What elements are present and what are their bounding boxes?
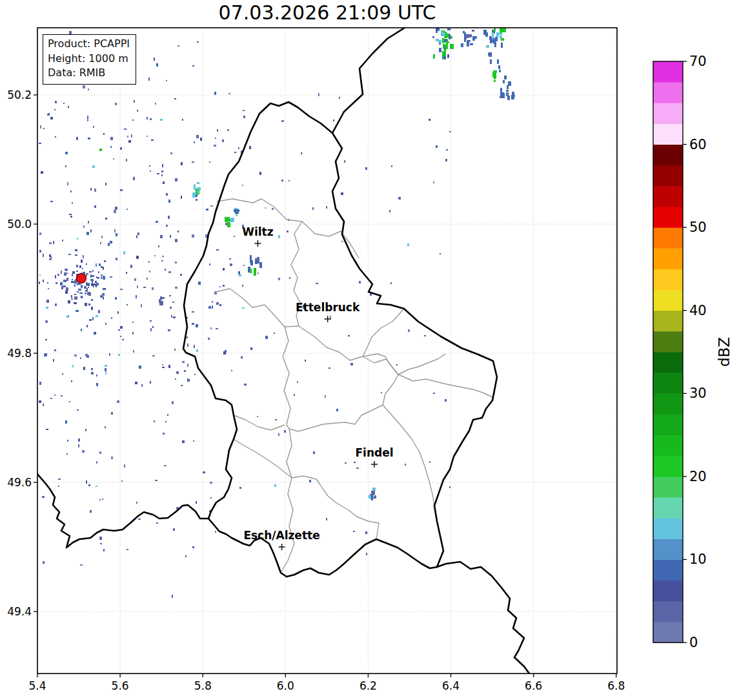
country-borders — [37, 28, 529, 674]
echo-cluster-echo-a — [192, 182, 201, 198]
city-marker-wiltz — [254, 240, 261, 247]
info-line-product: Product: PCAPPI — [48, 37, 130, 52]
colorbar-segment — [653, 123, 683, 145]
info-line-height: Height: 1000 m — [48, 52, 130, 67]
colorbar-segment — [653, 61, 683, 83]
colorbar-segment — [653, 269, 683, 290]
colorbar-segment — [653, 477, 683, 498]
colorbar-segment — [653, 103, 683, 124]
colorbar-tick-label-10: 10 — [689, 551, 707, 567]
y-tick-label-49.8: 49.8 — [7, 347, 32, 360]
colorbar-segment — [653, 186, 683, 207]
x-tick-label-5.4: 5.4 — [28, 679, 46, 692]
radar-figure: 07.03.2026 21:09 UTC Product: PCAPPI Hei… — [0, 0, 739, 700]
colorbar-tick-label-30: 30 — [689, 386, 707, 401]
colorbar — [653, 61, 687, 643]
echo-cluster-west-dash — [159, 296, 165, 305]
colorbar-segment — [653, 601, 683, 623]
colorbar-segment — [653, 539, 683, 560]
colorbar-tick-label-50: 50 — [689, 220, 707, 235]
colorbar-segment — [653, 559, 683, 581]
colorbar-ticks — [683, 61, 687, 643]
colorbar-segment — [653, 248, 683, 269]
echo-cluster-ne-green-dot — [492, 70, 497, 82]
city-marker-findel — [371, 461, 378, 468]
colorbar-segment — [653, 165, 683, 187]
echo-cluster-south-echo — [369, 488, 376, 500]
colorbar-segment — [653, 352, 683, 373]
y-tick-label-49.4: 49.4 — [7, 605, 32, 618]
colorbar-tick-label-20: 20 — [689, 469, 707, 484]
city-label-wiltz: Wiltz — [242, 225, 273, 238]
colorbar-tick-label-60: 60 — [689, 137, 707, 152]
colorbar-segment — [653, 456, 683, 477]
y-tick-label-49.6: 49.6 — [7, 476, 32, 489]
city-label-findel: Findel — [355, 446, 393, 459]
x-tick-label-6.6: 6.6 — [525, 679, 542, 692]
echo-cluster-echo-b — [234, 208, 239, 216]
x-tick-label-6.0: 6.0 — [277, 679, 294, 692]
y-tick-label-50.0: 50.0 — [7, 218, 32, 231]
x-tick-label-6.4: 6.4 — [442, 679, 460, 692]
plot-frame — [37, 28, 617, 674]
colorbar-segment — [653, 414, 683, 435]
colorbar-segment — [653, 581, 683, 602]
colorbar-tick-label-40: 40 — [689, 303, 707, 318]
colorbar-tick-label-70: 70 — [689, 54, 707, 69]
y-tick-label-50.2: 50.2 — [7, 88, 32, 101]
colorbar-segment — [653, 497, 683, 519]
echo-cluster-wiltz-dashes — [248, 255, 262, 276]
colorbar-segment — [653, 435, 683, 457]
echo-cluster-echo-c — [225, 217, 234, 227]
city-markers — [254, 240, 378, 550]
city-label-ettelbruck: Ettelbruck — [296, 301, 359, 314]
echo-cluster-ne-cell-east — [483, 27, 506, 48]
radar-map — [0, 0, 739, 700]
colorbar-segment — [653, 373, 683, 394]
x-tick-label-5.6: 5.6 — [112, 679, 129, 692]
x-tick-label-6.2: 6.2 — [359, 679, 377, 692]
colorbar-axis-label: dBZ — [716, 337, 733, 367]
colorbar-segment — [653, 311, 683, 332]
colorbar-segment — [653, 145, 683, 166]
colorbar-segment — [653, 227, 683, 249]
info-line-data: Data: RMIB — [48, 66, 130, 81]
city-marker-esch-alzette — [279, 544, 285, 550]
radar-site-marker — [76, 274, 86, 283]
radar-noise-layer — [39, 31, 451, 598]
colorbar-segment — [653, 622, 683, 643]
x-tick-label-6.8: 6.8 — [607, 679, 625, 692]
colorbar-segment — [653, 290, 683, 311]
plot-title: 07.03.2026 21:09 UTC — [37, 1, 617, 24]
colorbar-tick-label-0: 0 — [689, 635, 698, 650]
axis-ticks — [34, 95, 616, 677]
colorbar-segment — [653, 518, 683, 539]
colorbar-segment — [653, 331, 683, 353]
colorbar-segment — [653, 207, 683, 228]
x-tick-label-5.8: 5.8 — [194, 679, 212, 692]
info-box: Product: PCAPPI Height: 1000 m Data: RMI… — [43, 34, 136, 85]
city-label-esch-alzette: Esch/Alzette — [243, 529, 319, 542]
colorbar-segment — [653, 393, 683, 415]
canton-borders — [216, 199, 492, 573]
echo-cluster-ne-cell-mid — [461, 30, 477, 47]
map-grid — [37, 28, 617, 674]
colorbar-segment — [653, 82, 683, 103]
